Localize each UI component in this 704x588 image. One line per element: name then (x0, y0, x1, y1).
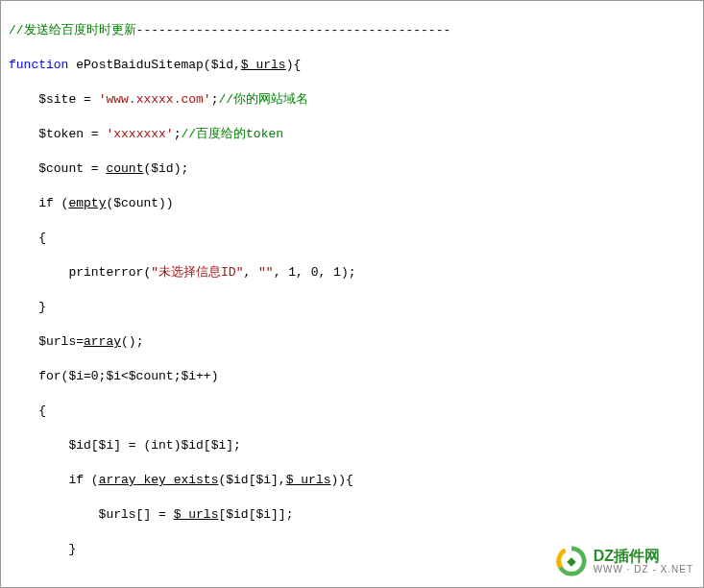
code-line: //发送给百度时时更新-----------------------------… (9, 22, 695, 39)
code-line: printerror("未选择信息ID", "", 1, 0, 1); (9, 264, 695, 282)
code-line: $site = 'www.xxxxx.com';//你的网站域名 (9, 91, 695, 109)
func: array_key_exists (99, 473, 219, 487)
code-line: function ePostBaiduSitemap($id,$_urls){ (9, 57, 695, 74)
code-text: [$id[$i]]; (218, 507, 293, 522)
code-text: ePostBaiduSitemap($id, (68, 58, 240, 72)
string: "未选择信息ID" (151, 265, 243, 280)
code-line: $id[$i] = (int)$id[$i]; (9, 437, 695, 454)
code-text: { (9, 231, 46, 245)
code-line: $token = 'xxxxxxx';//百度给的token (9, 126, 695, 143)
code-editor: //发送给百度时时更新-----------------------------… (1, 1, 703, 588)
comment-text: //百度给的token (181, 127, 283, 141)
code-text: ($count)) (106, 196, 173, 210)
watermark-title: DZ插件网 (594, 548, 693, 565)
code-line: { (9, 403, 695, 420)
code-text: $urls= (9, 334, 84, 349)
code-text: { (9, 404, 46, 418)
code-text: if ( (9, 196, 68, 210)
logo-icon (555, 545, 588, 577)
code-text: , 1, 0, 1); (274, 265, 356, 280)
code-text: (); (121, 334, 143, 349)
dashes: ----------------------------------------… (136, 23, 451, 37)
string: 'www.xxxxx.com' (99, 92, 211, 107)
code-text: $id[$i] = (int)$id[$i]; (9, 438, 241, 453)
code-text: )){ (330, 473, 352, 487)
code-text: $count = (9, 161, 106, 176)
code-line: } (9, 299, 695, 316)
code-line: if (array_key_exists($id[$i],$_urls)){ (9, 472, 695, 489)
code-text: } (9, 300, 46, 314)
param: $_urls (241, 58, 286, 72)
code-line: for($i=0;$i<$count;$i++) (9, 368, 695, 385)
comment-text: //你的网站域名 (218, 92, 308, 107)
param: $_urls (174, 507, 219, 522)
code-text: $token = (9, 127, 106, 141)
param: $_urls (286, 473, 331, 487)
code-text: } (9, 542, 76, 556)
string: "" (258, 265, 274, 280)
code-line: $count = count($id); (9, 160, 695, 178)
watermark: DZ插件网 WWW · DZ - X.NET (555, 545, 693, 577)
code-text: if ( (9, 473, 99, 487)
watermark-text: DZ插件网 WWW · DZ - X.NET (594, 548, 693, 576)
code-text: printerror( (9, 265, 151, 280)
func: array (84, 334, 121, 349)
watermark-subtitle: WWW · DZ - X.NET (594, 564, 693, 575)
code-text: ($id[$i], (218, 473, 285, 487)
svg-marker-2 (567, 557, 575, 566)
func: count (106, 161, 143, 176)
code-line: if (empty($count)) (9, 195, 695, 212)
code-text: $site = (9, 92, 99, 107)
code-text: , (243, 265, 258, 280)
code-text: $urls[] = (9, 507, 174, 522)
comment-text: //发送给百度时时更新 (9, 23, 136, 37)
code-text: ){ (286, 58, 302, 72)
code-line: $urls=array(); (9, 333, 695, 351)
keyword: function (9, 58, 68, 72)
code-line: { (9, 230, 695, 247)
code-text: ($id); (143, 161, 188, 176)
code-text: for($i=0;$i<$count;$i++) (9, 369, 218, 383)
func: empty (68, 196, 106, 210)
code-line: $urls[] = $_urls[$id[$i]]; (9, 506, 695, 524)
string: 'xxxxxxx' (106, 127, 173, 141)
